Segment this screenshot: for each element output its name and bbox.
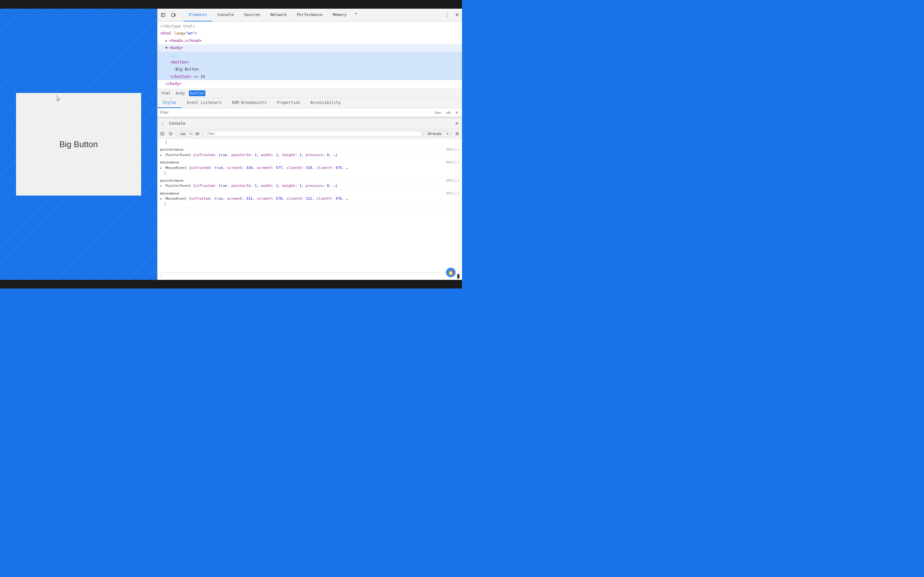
console-filter-input[interactable] <box>205 131 421 137</box>
console-entry-pointermove-1: pointermove ► PointerEvent {isTrusted: t… <box>158 146 462 159</box>
tab-performance[interactable]: Performance <box>292 9 328 21</box>
inspector-tab-styles[interactable]: Styles <box>158 98 182 108</box>
eye-icon <box>195 132 200 135</box>
levels-wrap: All levels Verbose Info Warnings Errors <box>425 131 449 137</box>
more-tabs-btn[interactable]: » <box>352 9 360 18</box>
breadcrumb-button[interactable]: button <box>189 90 205 96</box>
element-picker-icon <box>161 13 166 17</box>
inspector-tab-event-listeners[interactable]: Event Listeners <box>182 98 226 108</box>
button-container: Big Button <box>16 93 141 195</box>
console-prompt: › <box>160 274 162 279</box>
top-bar <box>0 0 462 9</box>
tab-memory[interactable]: Memory <box>328 9 352 21</box>
tree-body-close[interactable]: </body> <box>158 80 462 87</box>
tree-button-open[interactable]: <button> <box>158 59 462 66</box>
devtools-panel: Elements Console Sources Network Perform… <box>157 9 462 280</box>
cls-filter-btn[interactable]: .cls <box>444 110 452 115</box>
console-close-btn[interactable]: ✕ <box>453 119 461 127</box>
filter-buttons: :hov .cls + <box>433 110 459 115</box>
tree-body[interactable]: ▼<body> <box>158 44 462 51</box>
console-entry-mousemove-2: mousemove ► MouseEvent {isTrusted: true,… <box>158 190 462 208</box>
device-toolbar-icon <box>171 13 176 17</box>
tree-button-close[interactable]: </button> == $0 <box>158 73 462 80</box>
tab-sources[interactable]: Sources <box>239 9 265 21</box>
inspector-tab-properties[interactable]: Properties <box>272 98 305 108</box>
tab-network[interactable]: Network <box>265 9 292 21</box>
chrome-logo <box>446 268 456 277</box>
console-filter-sep-3 <box>423 131 423 137</box>
inspector-tab-accessibility[interactable]: Accessibility <box>305 98 346 108</box>
inspector-tab-dom-breakpoints[interactable]: DOM Breakpoints <box>227 98 272 108</box>
console-section: ⋮ Console ✕ <box>158 117 462 280</box>
tree-head[interactable]: ►<head>…</head> <box>158 37 462 44</box>
html-tree: <!doctype html> <html lang="en"> ►<head>… <box>158 21 462 89</box>
toolbar-right: ⋮ ✕ <box>443 11 461 19</box>
console-filter-sep-4 <box>451 131 452 137</box>
cursor-blink <box>457 274 459 279</box>
console-stop-btn[interactable] <box>167 130 174 137</box>
gear-icon <box>455 131 459 136</box>
main-content: Big Button <box>0 9 462 280</box>
context-select-wrap: top <box>178 131 192 137</box>
element-picker-btn[interactable] <box>159 11 168 19</box>
tree-ellipsis[interactable]: ... <box>158 52 462 59</box>
tree-button-text[interactable]: Big Button <box>158 66 462 73</box>
console-entry-brace: } <box>158 139 462 147</box>
toolbar-icons <box>159 11 178 19</box>
breadcrumb-html[interactable]: html <box>160 90 172 96</box>
page-area: Big Button <box>0 9 157 280</box>
hov-filter-btn[interactable]: :hov <box>433 110 442 115</box>
console-settings-btn[interactable] <box>454 130 461 137</box>
add-style-btn[interactable]: + <box>454 110 459 115</box>
console-input[interactable] <box>164 274 457 279</box>
console-eye-btn[interactable] <box>194 130 201 137</box>
breadcrumb-bar: html body button <box>158 89 462 98</box>
levels-select[interactable]: All levels Verbose Info Warnings Errors <box>425 131 449 137</box>
play-icon <box>160 132 164 135</box>
inspector-tabs: Styles Event Listeners DOM Breakpoints P… <box>158 98 462 108</box>
devtools-tabs: Elements Console Sources Network Perform… <box>184 9 443 21</box>
big-button[interactable]: Big Button <box>59 139 98 149</box>
devtools-close-btn[interactable]: ✕ <box>453 11 461 19</box>
svg-marker-6 <box>162 133 163 135</box>
console-dots-btn[interactable]: ⋮ <box>159 119 166 127</box>
device-toolbar-btn[interactable] <box>169 11 178 19</box>
toolbar-separator <box>182 12 182 18</box>
tab-console[interactable]: Console <box>212 9 239 21</box>
console-output[interactable]: } pointermove ► PointerEvent {isTrusted:… <box>158 139 462 272</box>
console-title-area: ⋮ Console <box>159 119 453 127</box>
tree-doctype[interactable]: <!doctype html> <box>158 23 462 30</box>
devtools-toolbar: Elements Console Sources Network Perform… <box>158 9 462 21</box>
devtools-menu-btn[interactable]: ⋮ <box>443 11 452 19</box>
console-input-line: › <box>158 272 462 280</box>
console-entry-mousemove-1: mousemove ► MouseEvent {isTrusted: true,… <box>158 159 462 177</box>
breadcrumb-body[interactable]: body <box>174 90 186 96</box>
svg-rect-0 <box>162 13 165 17</box>
svg-point-10 <box>197 133 198 134</box>
console-filter-sep-2 <box>203 131 203 137</box>
console-label: Console <box>169 121 186 126</box>
console-filter-bar: top All levels Verbose <box>158 129 462 139</box>
context-select[interactable]: top <box>178 131 192 137</box>
tab-elements[interactable]: Elements <box>184 9 212 21</box>
svg-point-14 <box>449 271 452 274</box>
console-play-btn[interactable] <box>159 130 166 137</box>
svg-rect-4 <box>174 14 176 16</box>
svg-line-8 <box>170 133 172 135</box>
console-filter-sep-1 <box>176 131 176 137</box>
svg-point-11 <box>457 133 458 135</box>
console-entry-pointermove-2: pointermove ► PointerEvent {isTrusted: t… <box>158 177 462 190</box>
console-toolbar: ⋮ Console ✕ <box>158 118 462 129</box>
styles-filter-input[interactable] <box>160 110 430 115</box>
stop-icon <box>169 132 173 135</box>
tree-html[interactable]: <html lang="en"> <box>158 30 462 37</box>
bottom-bar <box>0 280 462 288</box>
svg-rect-3 <box>172 13 174 17</box>
styles-filter-bar: :hov .cls + <box>158 108 462 117</box>
